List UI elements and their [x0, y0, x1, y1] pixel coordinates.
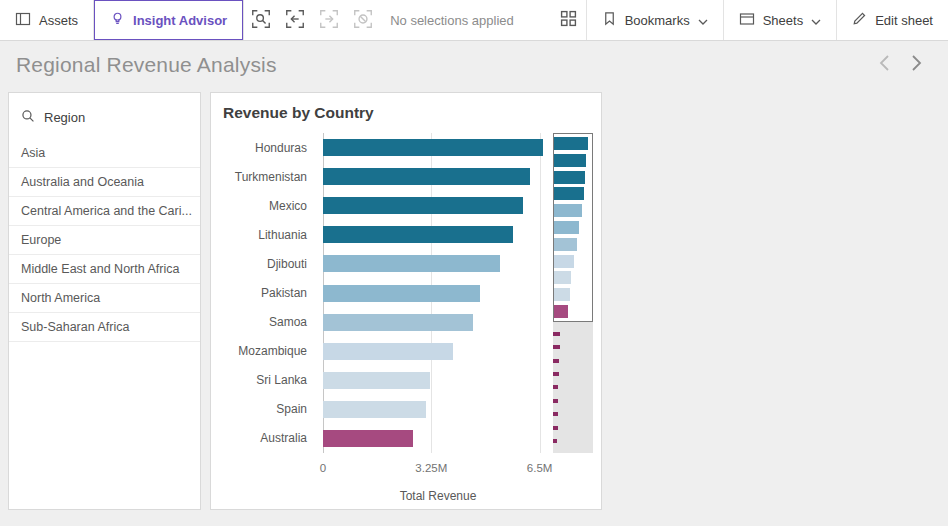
y-axis-label[interactable]: Pakistan — [211, 278, 315, 307]
app-grid-button[interactable] — [552, 0, 586, 40]
region-list: AsiaAustralia and OceaniaCentral America… — [9, 139, 200, 342]
filter-item[interactable]: Sub-Saharan Africa — [9, 313, 200, 342]
clear-selections-icon — [352, 8, 374, 33]
sheet-header: Regional Revenue Analysis — [0, 41, 948, 88]
bar-row — [323, 220, 553, 249]
y-axis-label[interactable]: Mozambique — [211, 337, 315, 366]
plot-area — [323, 133, 553, 453]
minimap-bar — [554, 288, 570, 301]
toolbar: Assets Insight Advisor — [0, 0, 948, 41]
bar-djibouti[interactable] — [323, 255, 500, 272]
filter-item[interactable]: Central America and the Cari... — [9, 197, 200, 226]
x-tick-label: 3.25M — [415, 462, 447, 474]
bar-pakistan[interactable] — [323, 285, 480, 302]
filter-item[interactable]: North America — [9, 284, 200, 313]
bar-row — [323, 278, 553, 307]
chevron-right-icon — [911, 54, 922, 75]
minimap-bar — [554, 187, 584, 200]
assets-panel-icon — [15, 11, 31, 30]
bar-honduras[interactable] — [323, 139, 543, 156]
bar-row — [323, 424, 553, 453]
bookmarks-button[interactable]: Bookmarks — [587, 0, 723, 40]
y-axis-label[interactable]: Australia — [211, 424, 315, 453]
bar-row — [323, 337, 553, 366]
lightbulb-icon — [110, 11, 125, 29]
bar-australia[interactable] — [323, 430, 413, 447]
step-back-button[interactable] — [278, 0, 312, 40]
assets-button[interactable]: Assets — [0, 0, 93, 40]
sheet-grid: Region AsiaAustralia and OceaniaCentral … — [0, 88, 948, 526]
minimap-offscreen-bar — [553, 412, 558, 416]
sheets-label: Sheets — [763, 13, 803, 28]
chevron-down-icon — [698, 13, 708, 28]
revenue-by-country-chart: Revenue by Country HondurasTurkmenistanM… — [210, 92, 602, 510]
bar-row — [323, 366, 553, 395]
minimap-offscreen-bar — [553, 332, 560, 336]
minimap-bar — [554, 221, 579, 234]
filter-item[interactable]: Asia — [9, 139, 200, 168]
minimap-offscreen-bar — [553, 426, 558, 430]
minimap-offscreen-bar — [553, 399, 558, 403]
x-axis-title: Total Revenue — [323, 489, 553, 503]
y-axis-label[interactable]: Spain — [211, 395, 315, 424]
step-forward-icon — [318, 8, 340, 33]
minimap-viewport[interactable] — [553, 133, 593, 322]
bar-sri-lanka[interactable] — [323, 372, 430, 389]
chevron-left-icon — [879, 54, 890, 75]
x-tick-label: 0 — [320, 462, 326, 474]
minimap-bar — [554, 171, 585, 184]
y-axis-labels: HondurasTurkmenistanMexicoLithuaniaDjibo… — [211, 133, 315, 453]
y-axis-label[interactable]: Djibouti — [211, 249, 315, 278]
next-sheet-button[interactable] — [900, 49, 932, 81]
selections-tool-button[interactable] — [244, 0, 278, 40]
filter-item[interactable]: Australia and Oceania — [9, 168, 200, 197]
edit-sheet-label: Edit sheet — [875, 13, 933, 28]
minimap-bar — [554, 154, 586, 167]
bar-mozambique[interactable] — [323, 343, 453, 360]
filter-item[interactable]: Middle East and North Africa — [9, 255, 200, 284]
bar-row — [323, 395, 553, 424]
app-grid-icon — [560, 10, 577, 30]
insight-advisor-button[interactable]: Insight Advisor — [94, 0, 243, 40]
bar-row — [323, 308, 553, 337]
minimap-offscreen[interactable] — [553, 322, 593, 453]
bar-mexico[interactable] — [323, 197, 523, 214]
pencil-icon — [852, 11, 867, 29]
search-icon[interactable] — [21, 109, 35, 126]
clear-selections-button[interactable] — [346, 0, 380, 40]
minimap-offscreen-bar — [553, 439, 557, 443]
filter-pane-title: Region — [44, 110, 85, 125]
bar-row — [323, 162, 553, 191]
y-axis-label[interactable]: Sri Lanka — [211, 366, 315, 395]
y-axis-label[interactable]: Lithuania — [211, 220, 315, 249]
y-axis-label[interactable]: Honduras — [211, 133, 315, 162]
prev-sheet-button[interactable] — [868, 49, 900, 81]
bar-turkmenistan[interactable] — [323, 168, 530, 185]
minimap-offscreen-bar — [553, 359, 559, 363]
bar-samoa[interactable] — [323, 314, 473, 331]
minimap-offscreen-bar — [553, 372, 559, 376]
minimap-bar — [554, 305, 568, 318]
filter-item[interactable]: Europe — [9, 226, 200, 255]
minimap-bar — [554, 238, 577, 251]
minimap-bar — [554, 137, 588, 150]
y-axis-label[interactable]: Turkmenistan — [211, 162, 315, 191]
minimap-offscreen-bar — [553, 345, 560, 349]
filter-pane-header: Region — [9, 93, 200, 139]
bookmarks-label: Bookmarks — [625, 13, 690, 28]
y-axis-label[interactable]: Mexico — [211, 191, 315, 220]
step-back-icon — [284, 8, 306, 33]
minimap-bar — [554, 271, 571, 284]
toolbar-spacer — [524, 0, 552, 40]
page-title: Regional Revenue Analysis — [16, 53, 868, 77]
edit-sheet-button[interactable]: Edit sheet — [837, 0, 948, 40]
y-axis-label[interactable]: Samoa — [211, 308, 315, 337]
selections-tool-icon — [250, 8, 272, 33]
x-axis-ticks: 03.25M6.5M — [323, 462, 553, 476]
bar-spain[interactable] — [323, 401, 426, 418]
sheets-button[interactable]: Sheets — [724, 0, 836, 40]
step-forward-button[interactable] — [312, 0, 346, 40]
bar-lithuania[interactable] — [323, 226, 513, 243]
chart-scrollbar[interactable] — [553, 133, 593, 453]
minimap-bar — [554, 255, 574, 268]
